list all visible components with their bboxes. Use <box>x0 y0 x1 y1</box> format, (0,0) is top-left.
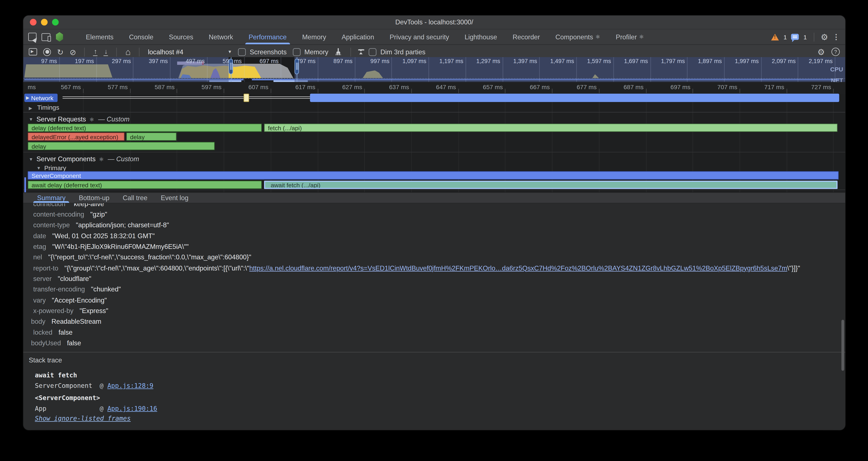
tab-recorder[interactable]: Recorder <box>505 29 548 44</box>
overview-ruler-label: 1,197 ms <box>434 58 463 64</box>
message-count[interactable]: 1 <box>804 34 807 40</box>
selection-handle-left[interactable] <box>228 59 233 75</box>
tab-console[interactable]: Console <box>121 29 161 44</box>
toggle-sidebar-icon[interactable] <box>29 48 37 55</box>
event-bar-servercomponent[interactable]: ServerComponent <box>28 171 839 180</box>
tab-components[interactable]: Components⚛ <box>548 29 608 44</box>
inspect-element-icon[interactable] <box>28 33 36 41</box>
tab-label: Performance <box>249 33 287 40</box>
report-to-url-link[interactable]: https://a.nel.cloudflare.com/report/v4?s… <box>249 264 787 272</box>
summary-pane[interactable]: connection"keep-alive"content-encoding"g… <box>23 203 845 430</box>
tab-summary[interactable]: Summary <box>31 193 72 203</box>
caret-right-icon: ▶ <box>29 106 32 111</box>
live-metrics-home-icon[interactable]: ⌂ <box>125 48 131 56</box>
overview-gridline <box>798 57 799 82</box>
property-value: "Express" <box>80 307 108 315</box>
tab-application[interactable]: Application <box>334 29 382 44</box>
selection-handle-right[interactable] <box>294 59 299 75</box>
property-key: server <box>33 275 52 283</box>
ruler-tick <box>411 89 412 93</box>
tab-privacy-and-security[interactable]: Privacy and security <box>382 29 457 44</box>
tab-lighthouse[interactable]: Lighthouse <box>457 29 505 44</box>
warning-icon[interactable] <box>771 34 779 40</box>
ruler-label: 667 ms <box>516 84 550 90</box>
track-network-label: Network <box>31 94 54 101</box>
more-options-icon[interactable]: ⋮ <box>833 33 840 41</box>
tab-memory[interactable]: Memory <box>294 29 334 44</box>
ruler-tick <box>552 89 553 93</box>
source-location-link[interactable]: App.js:128:9 <box>107 382 153 390</box>
timeline-overview[interactable]: 97 ms197 ms297 ms397 ms497 ms597 ms697 m… <box>23 57 845 82</box>
screenshots-checkbox[interactable]: Screenshots <box>238 48 287 56</box>
track-network[interactable]: ▶ Network <box>24 94 58 102</box>
track-drag-handle[interactable] <box>59 94 63 102</box>
memory-checkbox[interactable]: Memory <box>293 48 329 56</box>
record-and-reload-icon[interactable]: ↻ <box>57 48 63 56</box>
ruler-label: 687 ms <box>609 84 644 90</box>
show-ignore-listed-frames-link[interactable]: Show ignore-listed frames <box>35 414 131 422</box>
overview-ruler-label: 2,097 ms <box>767 58 796 64</box>
tab-bottom-up[interactable]: Bottom-up <box>72 193 116 203</box>
net-band-label: NET <box>831 77 843 82</box>
collect-garbage-icon[interactable] <box>335 48 342 56</box>
tab-label: Console <box>129 33 153 40</box>
tab-sources[interactable]: Sources <box>161 29 201 44</box>
tab-event-log[interactable]: Event log <box>154 193 195 203</box>
divider <box>813 32 814 41</box>
event-bar-delay-deferred-text[interactable]: delay (deferred text) <box>28 123 262 132</box>
issues-message-icon[interactable] <box>791 34 799 40</box>
warning-count[interactable]: 1 <box>783 34 787 40</box>
tab-performance[interactable]: Performance <box>241 29 294 44</box>
event-bar-fetch-api[interactable]: fetch (.../api) <box>264 123 837 132</box>
at-symbol: @ <box>100 382 103 390</box>
event-bar-delayederror-ayed-exception[interactable]: delayedError (...ayed exception) <box>28 132 125 141</box>
node-icon[interactable] <box>55 32 64 41</box>
event-bar-delay[interactable]: delay <box>28 142 215 150</box>
event-bar-await-delay-deferred-text[interactable]: await delay (deferred text) <box>28 180 262 189</box>
timeline-ruler[interactable]: ms 567 ms577 ms587 ms597 ms607 ms617 ms6… <box>23 82 845 94</box>
checkbox-box[interactable] <box>369 48 376 56</box>
profile-select[interactable]: localhost #4 ▼ <box>148 48 232 56</box>
event-bar-delay[interactable]: delay <box>126 132 177 141</box>
collapse-tracks-icon[interactable] <box>359 49 363 55</box>
help-icon[interactable]: ? <box>832 48 840 56</box>
track-server-requests[interactable]: ▼ Server Requests ⚛ — Custom <box>29 115 130 123</box>
save-profile-icon[interactable]: ↓ <box>104 48 108 56</box>
tab-call-tree[interactable]: Call tree <box>116 193 154 203</box>
source-location-link[interactable]: App.js:190:16 <box>107 405 157 412</box>
record-button[interactable] <box>43 48 51 56</box>
tab-network[interactable]: Network <box>201 29 241 44</box>
panel-tabbar: ElementsConsoleSourcesNetworkPerformance… <box>23 29 845 45</box>
track-divider <box>23 112 845 113</box>
settings-gear-icon[interactable]: ⚙ <box>820 32 828 42</box>
ruler-label: 587 ms <box>140 84 175 90</box>
overview-ruler-label: 1,497 ms <box>545 58 574 64</box>
capture-settings-gear-icon[interactable]: ⚙ <box>817 47 825 57</box>
property-value: false <box>67 339 81 347</box>
flame-chart[interactable]: ▶ Network ▶ Timings ▼ Server Requests ⚛ … <box>23 93 845 192</box>
dim-3rd-parties-checkbox[interactable]: Dim 3rd parties <box>369 48 426 56</box>
overview-ruler-label: 397 ms <box>139 58 168 64</box>
network-request-bar[interactable] <box>310 94 839 102</box>
ruler-label: 577 ms <box>93 84 128 90</box>
network-event-bar[interactable] <box>244 94 249 102</box>
track-primary[interactable]: ▼ Primary <box>36 165 66 171</box>
property-key: connection <box>33 203 65 208</box>
property-value: "Wed, 01 Oct 2025 18:32:01 GMT" <box>52 232 155 240</box>
overview-gridline <box>355 57 355 82</box>
ruler-tick <box>177 89 178 93</box>
tab-profiler[interactable]: Profiler⚛ <box>608 29 652 44</box>
checkbox-box[interactable] <box>293 48 301 56</box>
ruler-label: 657 ms <box>469 84 503 90</box>
track-timings[interactable]: ▶ Timings <box>29 104 59 111</box>
load-profile-icon[interactable]: ↑ <box>93 48 98 56</box>
vertical-scrollbar[interactable] <box>841 320 844 371</box>
track-server-components[interactable]: ▼ Server Components ⚛ — Custom <box>29 155 139 163</box>
event-bar-await-fetch-api[interactable]: await fetch (.../api) <box>264 180 837 189</box>
tab-elements[interactable]: Elements <box>78 29 121 44</box>
overview-gridline <box>761 57 762 82</box>
device-toolbar-icon[interactable] <box>41 33 50 40</box>
checkbox-box[interactable] <box>238 48 246 56</box>
property-value: "application/json; charset=utf-8" <box>76 221 169 229</box>
clear-icon[interactable]: ⊘ <box>70 48 76 56</box>
